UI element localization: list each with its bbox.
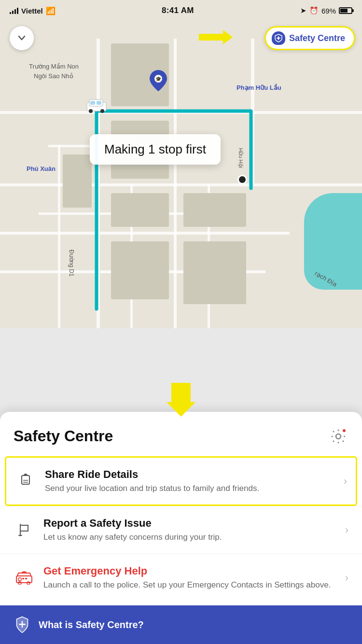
share-ride-chevron: › [344,475,347,488]
settings-button[interactable] [328,426,348,447]
chevron-down-icon [17,33,27,43]
location-arrow-icon: ➤ [300,6,306,15]
svg-rect-19 [16,576,32,583]
stop-tooltip: Making 1 stop first [90,134,221,165]
settings-notification-dot [342,428,347,433]
banner-shield-icon [14,616,31,633]
sheet-title: Safety Centre [14,427,113,445]
svg-rect-18 [18,535,22,536]
report-issue-chevron: › [345,524,348,536]
safety-centre-btn-label: Safety Centre [289,33,345,43]
emergency-help-desc: Launch a call to the police. Set up your… [43,579,340,591]
alarm-icon: ⏰ [309,6,319,15]
battery-percent: 69% [321,7,336,15]
svg-point-5 [100,109,104,113]
banner-label: What is Safety Centre? [39,619,144,630]
svg-marker-11 [167,383,195,417]
report-issue-title: Report a Safety Issue [43,517,340,530]
svg-rect-7 [97,101,101,105]
svg-rect-6 [90,101,95,105]
share-icon [15,471,36,492]
emergency-help-item[interactable]: Get Emergency Help Launch a call to the … [0,554,362,602]
share-ride-desc: Send your live location and trip status … [45,483,339,494]
wifi-icon: 📶 [46,6,56,15]
report-issue-content: Report a Safety Issue Let us know any sa… [43,517,340,543]
sheet-header: Safety Centre [0,412,362,456]
location-pin: 🎓 [150,70,167,93]
svg-rect-13 [22,476,29,484]
svg-marker-8 [199,30,233,44]
report-issue-desc: Let us know any safety concerns during y… [43,532,340,543]
safety-centre-button[interactable]: Safety Centre [265,26,355,50]
share-ride-title: Share Ride Details [45,468,339,481]
stop-tooltip-text: Making 1 stop first [104,142,206,156]
status-bar: Viettel 📶 8:41 AM ➤ ⏰ 69% [0,0,362,21]
status-left: Viettel 📶 [10,6,56,15]
battery-icon [339,7,352,14]
signal-icon [10,7,18,14]
carrier-name: Viettel [21,7,43,15]
emergency-help-content: Get Emergency Help Launch a call to the … [43,565,340,591]
share-ride-content: Share Ride Details Send your live locati… [45,468,339,494]
share-ride-item[interactable]: Share Ride Details Send your live locati… [5,456,357,506]
yellow-arrow-down [167,383,195,417]
svg-rect-22 [25,578,27,579]
svg-rect-21 [22,578,24,579]
collapse-button[interactable] [10,26,34,50]
status-right: ➤ ⏰ 69% [300,6,352,15]
car-icon [84,98,109,113]
svg-rect-20 [18,578,21,581]
battery-fill [340,9,348,13]
emergency-help-chevron: › [345,572,348,584]
flag-icon [14,519,35,541]
emergency-icon [14,567,35,588]
svg-point-12 [336,434,341,439]
report-issue-item[interactable]: Report a Safety Issue Let us know any sa… [0,506,362,554]
svg-point-4 [89,109,93,113]
what-is-safety-centre-banner[interactable]: What is Safety Centre? [0,605,362,644]
yellow-arrow-right [199,30,233,44]
svg-text:🎓: 🎓 [155,76,162,82]
status-time: 8:41 AM [162,6,194,15]
bottom-sheet: Safety Centre Share Ride Details Send yo… [0,412,362,644]
emergency-help-title: Get Emergency Help [43,565,340,577]
destination-dot [237,175,247,184]
shield-plus-icon [272,31,285,45]
